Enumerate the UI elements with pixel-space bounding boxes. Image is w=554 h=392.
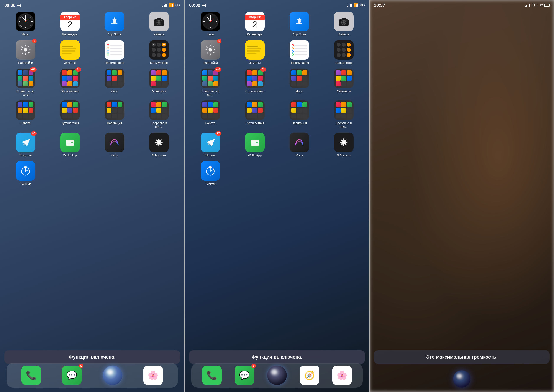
app-shops-2[interactable]: Магазины xyxy=(323,69,365,97)
navigation-icon-1 xyxy=(105,100,124,120)
app-settings-2[interactable]: 1 Настройки xyxy=(189,40,231,65)
app-calendar-2[interactable]: Вторник 2 Календарь xyxy=(234,12,276,36)
app-health-2[interactable]: Здоровье и фит... xyxy=(323,100,365,129)
wallet-icon-1 xyxy=(60,133,80,152)
app-reminders-2[interactable]: Напоминания xyxy=(278,40,320,65)
app-moby-2[interactable]: Moby xyxy=(278,133,320,157)
appstore-icon-1 xyxy=(105,12,124,31)
screen-3: 10:37 LTE 22 Это максимальная громкость. xyxy=(370,0,554,392)
app-appstore-1[interactable]: App Store xyxy=(93,12,136,36)
svg-point-63 xyxy=(342,141,345,144)
app-telegram-1[interactable]: 97 Telegram xyxy=(4,133,47,157)
app-social-1[interactable]: 439 Социальные сети xyxy=(4,69,47,97)
app-telegram-2[interactable]: 97 Telegram xyxy=(189,133,231,157)
app-camera-1[interactable]: Камера xyxy=(138,12,180,36)
dock-2: 📞 💬 6 🧭 🌸 xyxy=(185,360,369,392)
safari-icon-2: 🧭 xyxy=(300,365,319,385)
app-camera-2[interactable]: Камера xyxy=(323,12,365,36)
dock-phone-2[interactable]: 📞 xyxy=(202,365,222,385)
app-reminders-1[interactable]: Напоминания xyxy=(93,40,136,65)
dock-phone-1[interactable]: 📞 xyxy=(21,365,41,385)
app-work-1[interactable]: Работа xyxy=(4,100,47,129)
dock-photos-2[interactable]: 🌸 xyxy=(332,365,352,385)
dock-1: 📞 💬 6 🌸 xyxy=(0,360,184,392)
dock-photos-1[interactable]: 🌸 xyxy=(143,365,163,385)
shops-icon-1 xyxy=(149,69,169,88)
app-wallet-2[interactable]: WalletApp xyxy=(234,133,276,157)
messages-badge-2: 6 xyxy=(251,364,256,368)
timer-label-1: Таймер xyxy=(20,182,31,186)
app-clock-2[interactable]: Часы xyxy=(189,12,231,36)
siri-container-3[interactable] xyxy=(453,370,471,388)
app-disk-1[interactable]: Диск xyxy=(93,69,136,97)
battery-group-3: 22 xyxy=(540,3,550,7)
app-yamusic-1[interactable]: Я.Музыка xyxy=(138,133,180,157)
app-calculator-1[interactable]: • • ÷ Калькулятор xyxy=(138,40,180,65)
education-badge-2: 61 xyxy=(260,67,266,72)
dock-siri-1[interactable] xyxy=(103,365,122,385)
app-notes-1[interactable]: Заметки xyxy=(49,40,91,65)
messages-icon-1: 💬 xyxy=(62,365,82,385)
app-wallet-1[interactable]: WalletApp xyxy=(49,133,91,157)
app-disk-2[interactable]: Диск xyxy=(278,69,320,97)
svg-rect-50 xyxy=(342,18,346,20)
appstore-label-2: App Store xyxy=(292,33,306,36)
svg-point-53 xyxy=(343,21,345,24)
navigation-label-1: Навигация xyxy=(107,121,122,125)
app-calendar-1[interactable]: Вторник 2 Календарь xyxy=(49,12,91,36)
app-health-1[interactable]: Здоровье и фит... xyxy=(138,100,180,129)
app-travel-2[interactable]: Путешествия xyxy=(234,100,276,129)
app-navigation-1[interactable]: Навигация xyxy=(93,100,136,129)
app-notes-2[interactable]: Заметки xyxy=(234,40,276,65)
dock-messages-2[interactable]: 💬 6 xyxy=(235,365,254,385)
screen3-overlay xyxy=(370,0,554,392)
reminders-icon-2 xyxy=(290,40,309,60)
app-shops-1[interactable]: Магазины xyxy=(138,69,180,97)
app-education-1[interactable]: 61 Образование xyxy=(49,69,91,97)
social-badge-2: 439 xyxy=(215,67,222,72)
app-travel-1[interactable]: Путешествия xyxy=(49,100,91,129)
app-education-2[interactable]: 61 Образование xyxy=(234,69,276,97)
settings-badge-1: 1 xyxy=(32,39,37,43)
notification-text-1: Функция включена. xyxy=(69,354,116,360)
siri-icon-1 xyxy=(103,365,122,385)
network-badge-2: 3G xyxy=(360,3,365,7)
travel-icon-1 xyxy=(60,100,80,120)
camera-icon-2 xyxy=(334,12,353,31)
app-yamusic-2[interactable]: Я.Музыка xyxy=(323,133,365,157)
notification-text-2: Функция выключена. xyxy=(252,354,302,360)
network-label-3: LTE xyxy=(532,3,538,7)
wallet-label-2: WalletApp xyxy=(248,154,262,157)
cal-number-2: 2 xyxy=(252,20,257,29)
app-calculator-2[interactable]: Калькулятор xyxy=(323,40,365,65)
education-label-1: Образование xyxy=(61,89,79,93)
svg-rect-65 xyxy=(209,167,212,168)
timer-icon-2 xyxy=(201,161,220,181)
app-settings-1[interactable]: 1 Настройки xyxy=(4,40,47,65)
settings-icon-2 xyxy=(201,40,220,60)
app-work-2[interactable]: Работа xyxy=(189,100,231,129)
app-timer-2[interactable]: Таймер xyxy=(189,161,231,186)
health-label-2: Здоровье и фит... xyxy=(334,121,353,129)
dock-messages-1[interactable]: 💬 6 xyxy=(62,365,82,385)
svg-rect-20 xyxy=(157,18,161,20)
app-social-2[interactable]: 439 Социальные сети xyxy=(189,69,231,97)
svg-point-55 xyxy=(209,48,212,52)
app-timer-1[interactable]: Таймер xyxy=(4,161,47,186)
app-navigation-2[interactable]: Навигация xyxy=(278,100,320,129)
app-moby-1[interactable]: Moby xyxy=(93,133,136,157)
disk-icon-2 xyxy=(290,69,309,88)
clock-icon-1 xyxy=(16,12,35,31)
dock-safari-2[interactable]: 🧭 xyxy=(300,365,319,385)
svg-point-38 xyxy=(25,171,26,172)
health-icon-1 xyxy=(149,100,169,120)
wifi-icon-2: 📶 xyxy=(354,3,359,7)
svg-point-54 xyxy=(346,20,347,21)
reminders-icon-1 xyxy=(105,40,124,60)
app-clock-1[interactable]: Часы xyxy=(4,12,47,36)
disk-icon-1 xyxy=(105,69,124,88)
telegram-label-2: Telegram xyxy=(204,154,217,157)
dock-siri-2[interactable] xyxy=(267,365,287,385)
svg-point-23 xyxy=(158,21,160,24)
app-appstore-2[interactable]: App Store xyxy=(278,12,320,36)
